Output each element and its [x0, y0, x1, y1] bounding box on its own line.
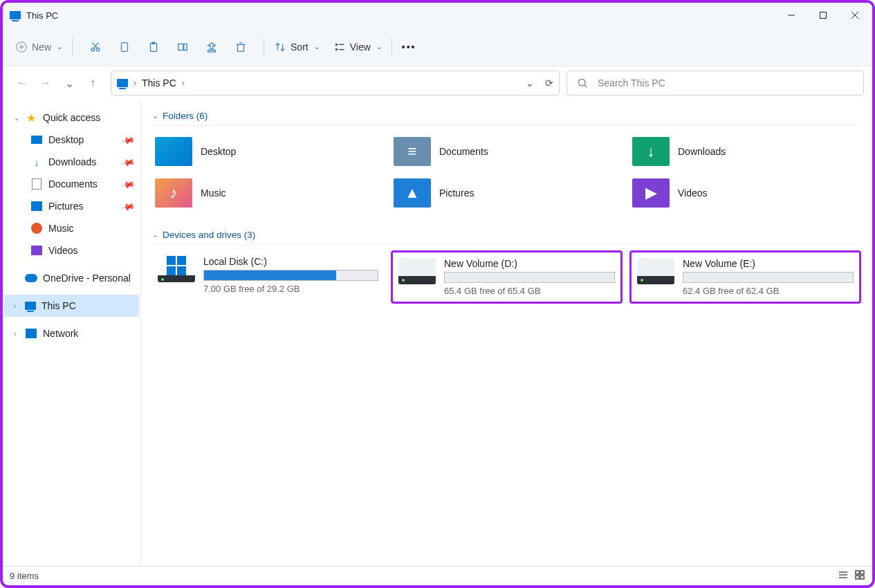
- sidebar-item-label: Desktop: [48, 134, 84, 145]
- recent-locations-button[interactable]: ⌄: [62, 77, 76, 90]
- copy-icon: [118, 41, 131, 53]
- desktop-folder-icon: [155, 137, 192, 166]
- svg-rect-15: [184, 44, 187, 50]
- folder-pictures[interactable]: ▲Pictures: [391, 173, 623, 213]
- drive-free-text: 7.00 GB free of 29.2 GB: [203, 284, 378, 294]
- music-folder-icon: ♪: [155, 178, 192, 208]
- paste-button[interactable]: [142, 37, 165, 57]
- folder-desktop[interactable]: Desktop: [152, 131, 384, 172]
- sidebar-item-label: Music: [48, 223, 74, 234]
- svg-rect-31: [860, 571, 864, 574]
- sidebar-item-label: Pictures: [48, 201, 84, 212]
- view-icon: [333, 41, 346, 53]
- delete-button[interactable]: [229, 37, 252, 57]
- chevron-down-icon: ⌄: [314, 43, 320, 50]
- minimize-button[interactable]: [775, 3, 807, 28]
- back-button[interactable]: ←: [15, 77, 29, 89]
- folder-documents[interactable]: ≡Documents: [391, 131, 623, 172]
- sidebar-item-label: OneDrive - Personal: [43, 273, 131, 284]
- address-dropdown-button[interactable]: ⌄: [526, 77, 534, 89]
- folder-label: Documents: [439, 146, 488, 157]
- folder-label: Desktop: [201, 146, 236, 157]
- folder-videos[interactable]: ▶Videos: [629, 173, 861, 213]
- folder-downloads[interactable]: ↓Downloads: [629, 131, 861, 172]
- breadcrumb[interactable]: This PC: [142, 77, 176, 89]
- drive-name: New Volume (D:): [444, 258, 615, 269]
- chevron-right-icon: ›: [14, 302, 16, 310]
- trash-icon: [234, 41, 247, 53]
- rename-button[interactable]: [171, 37, 194, 57]
- sidebar-desktop[interactable]: Desktop📌: [4, 129, 139, 151]
- sidebar-this-pc[interactable]: › This PC: [4, 295, 139, 317]
- maximize-button[interactable]: [807, 3, 839, 28]
- chevron-right-icon: ›: [133, 78, 136, 88]
- music-icon: [31, 223, 42, 234]
- sidebar-network[interactable]: › Network: [4, 322, 139, 344]
- drive-tile[interactable]: New Volume (D:) 65.4 GB free of 65.4 GB: [391, 250, 623, 304]
- sort-label: Sort: [291, 42, 308, 53]
- chevron-down-icon: ⌄: [57, 43, 62, 50]
- chevron-down-icon: ⌄: [152, 230, 158, 239]
- pin-icon: 📌: [120, 199, 136, 213]
- drive-name: Local Disk (C:): [203, 256, 378, 267]
- search-box[interactable]: Search This PC: [567, 71, 864, 95]
- new-label: New: [32, 42, 51, 53]
- sidebar: ⌄ ★Quick access Desktop📌 ↓Downloads📌 Doc…: [3, 100, 141, 566]
- documents-icon: [32, 178, 42, 190]
- sort-icon: [274, 41, 286, 53]
- share-button[interactable]: [200, 37, 223, 57]
- divider: [392, 37, 392, 57]
- folder-music[interactable]: ♪Music: [152, 173, 384, 213]
- details-view-button[interactable]: [838, 569, 849, 582]
- view-button[interactable]: View ⌄: [328, 37, 387, 57]
- sidebar-videos[interactable]: Videos: [4, 239, 139, 261]
- window-title: This PC: [26, 10, 58, 21]
- drive-usage-bar: [683, 272, 854, 283]
- folder-label: Downloads: [678, 146, 726, 157]
- address-bar[interactable]: › This PC › ⌄ ⟳: [111, 71, 560, 95]
- ellipsis-icon: •••: [402, 42, 416, 53]
- up-button[interactable]: ↑: [86, 77, 100, 89]
- chevron-right-icon: ›: [14, 330, 16, 338]
- folder-label: Music: [201, 187, 226, 199]
- sidebar-onedrive[interactable]: OneDrive - Personal: [4, 267, 139, 289]
- sidebar-documents[interactable]: Documents📌: [4, 173, 139, 195]
- this-pc-icon: [10, 11, 21, 19]
- sort-button[interactable]: Sort ⌄: [268, 37, 325, 57]
- drive-icon: [158, 256, 195, 282]
- copy-button[interactable]: [113, 37, 136, 57]
- scissors-icon: [89, 41, 102, 53]
- sidebar-pictures[interactable]: Pictures📌: [4, 195, 139, 217]
- folder-label: Pictures: [439, 187, 475, 199]
- sidebar-downloads[interactable]: ↓Downloads📌: [4, 151, 139, 173]
- videos-icon: [31, 246, 42, 255]
- sidebar-item-label: Downloads: [48, 156, 96, 167]
- new-button[interactable]: New ⌄: [10, 37, 68, 57]
- folders-section-header[interactable]: ⌄ Folders (6): [152, 107, 861, 126]
- sidebar-item-label: This PC: [42, 300, 76, 311]
- search-placeholder: Search This PC: [598, 77, 665, 89]
- pin-icon: 📌: [120, 176, 136, 191]
- chevron-down-icon: ⌄: [14, 114, 19, 122]
- pictures-folder-icon: ▲: [394, 178, 431, 208]
- refresh-button[interactable]: ⟳: [545, 77, 553, 89]
- svg-rect-11: [122, 42, 128, 51]
- drives-section-header[interactable]: ⌄ Devices and drives (3): [152, 226, 861, 245]
- sidebar-item-label: Quick access: [43, 112, 100, 123]
- pin-icon: 📌: [120, 132, 136, 147]
- share-icon: [205, 41, 218, 53]
- onedrive-icon: [25, 274, 37, 282]
- tiles-view-button[interactable]: [854, 569, 865, 582]
- sidebar-music[interactable]: Music: [4, 217, 139, 239]
- svg-rect-32: [856, 576, 859, 579]
- sidebar-quick-access[interactable]: ⌄ ★Quick access: [4, 107, 139, 129]
- drive-free-text: 62.4 GB free of 62.4 GB: [683, 286, 854, 296]
- more-button[interactable]: •••: [396, 37, 422, 57]
- forward-button[interactable]: →: [39, 77, 53, 89]
- cut-button[interactable]: [84, 37, 107, 57]
- drive-tile[interactable]: New Volume (E:) 62.4 GB free of 62.4 GB: [629, 250, 861, 304]
- svg-rect-1: [820, 12, 827, 19]
- svg-point-22: [335, 48, 338, 50]
- close-button[interactable]: [839, 3, 871, 28]
- drive-tile[interactable]: Local Disk (C:) 7.00 GB free of 29.2 GB: [152, 250, 384, 304]
